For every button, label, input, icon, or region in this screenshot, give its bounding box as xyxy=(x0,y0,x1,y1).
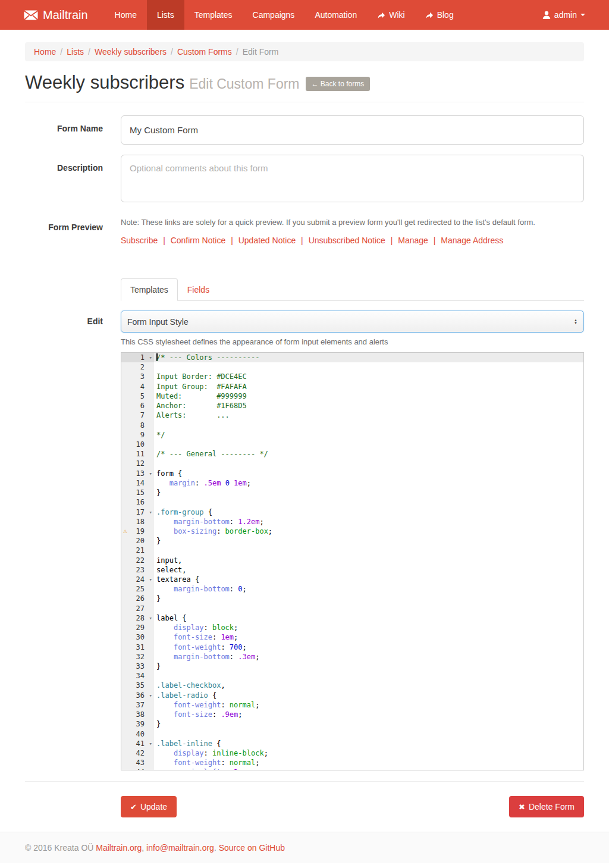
code-line-6[interactable]: Anchor: #1F68D5 xyxy=(154,401,583,411)
preview-link-subscribe[interactable]: Subscribe xyxy=(121,236,158,245)
code-line-14[interactable]: margin: .5em 0 1em; xyxy=(154,478,583,488)
code-line-42[interactable]: display: inline-block; xyxy=(154,748,583,758)
template-select[interactable]: Form Input Style ▲▼ xyxy=(121,311,584,333)
code-line-5[interactable]: Muted: #999999 xyxy=(154,391,583,401)
back-to-forms-label: Back to forms xyxy=(321,80,364,88)
brand-name: Mailtrain xyxy=(43,8,88,22)
breadcrumb-item-lists: /Lists xyxy=(56,47,84,57)
code-line-7[interactable]: Alerts: ... xyxy=(154,411,583,420)
fold-arrow-icon[interactable]: ▾ xyxy=(149,691,152,700)
preview-link-unsubscribed-notice[interactable]: Unsubscribed Notice xyxy=(309,236,385,245)
footer-link-info-mailtrain-org[interactable]: info@mailtrain.org xyxy=(146,843,214,853)
code-line-20[interactable]: } xyxy=(154,536,583,546)
code-line-3[interactable]: Input Border: #DCE4EC xyxy=(154,372,583,381)
code-line-13[interactable]: form { xyxy=(154,469,583,478)
fold-arrow-icon[interactable]: ▾ xyxy=(149,575,152,584)
preview-link-manage[interactable]: Manage xyxy=(398,236,428,245)
code-line-11[interactable]: /* --- General -------- */ xyxy=(154,449,583,459)
fold-arrow-icon[interactable]: ▾ xyxy=(149,613,152,623)
description-textarea[interactable] xyxy=(121,155,584,202)
gutter-line-31: 31 xyxy=(121,643,154,652)
line-number: 17 xyxy=(136,508,145,516)
footer-link-source-on-github[interactable]: Source on GitHub xyxy=(219,843,285,853)
code-line-41[interactable]: .label-inline { xyxy=(154,739,583,748)
code-line-44[interactable]: margin-left: .3em; xyxy=(154,767,583,770)
line-number: 21 xyxy=(136,546,145,554)
fold-arrow-icon[interactable]: ▾ xyxy=(149,507,152,517)
breadcrumb-link-lists[interactable]: Lists xyxy=(67,47,84,57)
code-line-28[interactable]: label { xyxy=(154,613,583,623)
code-line-32[interactable]: margin-bottom: .3em; xyxy=(154,652,583,662)
code-line-10[interactable] xyxy=(154,440,583,449)
code-line-25[interactable]: margin-bottom: 0; xyxy=(154,584,583,594)
code-line-12[interactable] xyxy=(154,459,583,468)
code-line-43[interactable]: font-weight: normal; xyxy=(154,758,583,767)
code-line-4[interactable]: Input Group: #FAFAFA xyxy=(154,382,583,391)
code-line-36[interactable]: .label-radio { xyxy=(154,691,583,700)
nav-item-campaigns[interactable]: Campaigns xyxy=(243,0,305,30)
code-line-22[interactable]: input, xyxy=(154,556,583,565)
gutter-line-19: ⚠19 xyxy=(121,527,154,536)
editor-code-area[interactable]: /* --- Colors ----------Input Border: #D… xyxy=(154,353,583,770)
code-line-34[interactable] xyxy=(154,671,583,681)
user-menu[interactable]: admin xyxy=(542,0,585,30)
preview-link-manage-address[interactable]: Manage Address xyxy=(441,236,503,245)
breadcrumb-link-weekly-subscribers[interactable]: Weekly subscribers xyxy=(95,47,167,57)
form-name-input[interactable] xyxy=(121,115,584,145)
preview-link-confirm-notice[interactable]: Confirm Notice xyxy=(171,236,226,245)
code-line-38[interactable]: font-size: .9em; xyxy=(154,710,583,719)
gutter-line-24: 24▾ xyxy=(121,575,154,584)
nav-item-wiki[interactable]: Wiki xyxy=(367,0,415,30)
template-select-value: Form Input Style xyxy=(127,317,189,327)
code-line-21[interactable] xyxy=(154,546,583,555)
fold-arrow-icon[interactable]: ▾ xyxy=(149,353,152,362)
code-line-18[interactable]: margin-bottom: 1.2em; xyxy=(154,517,583,527)
link-separator: | xyxy=(225,236,238,245)
nav-item-home[interactable]: Home xyxy=(105,0,147,30)
code-line-17[interactable]: .form-group { xyxy=(154,507,583,517)
preview-link-updated-notice[interactable]: Updated Notice xyxy=(238,236,296,245)
footer-link-mailtrain-org[interactable]: Mailtrain.org xyxy=(96,843,142,853)
code-line-39[interactable]: } xyxy=(154,719,583,729)
nav-item-templates[interactable]: Templates xyxy=(184,0,243,30)
code-line-19[interactable]: box-sizing: border-box; xyxy=(154,527,583,536)
gutter-line-9: 9 xyxy=(121,430,154,440)
nav-item-blog[interactable]: Blog xyxy=(415,0,464,30)
code-line-27[interactable] xyxy=(154,604,583,613)
code-line-8[interactable] xyxy=(154,421,583,430)
tab-fields[interactable]: Fields xyxy=(178,278,219,301)
code-line-24[interactable]: textarea { xyxy=(154,575,583,584)
breadcrumb-item-custom-forms: /Custom Forms xyxy=(167,47,232,57)
update-button[interactable]: ✔Update xyxy=(121,796,177,817)
breadcrumb-link-home[interactable]: Home xyxy=(34,47,56,57)
brand-logo[interactable]: Mailtrain xyxy=(24,0,88,30)
code-line-33[interactable]: } xyxy=(154,662,583,671)
code-line-15[interactable]: } xyxy=(154,488,583,497)
code-line-2[interactable] xyxy=(154,362,583,372)
breadcrumb-link-custom-forms[interactable]: Custom Forms xyxy=(177,47,232,57)
delete-form-button[interactable]: ✖Delete Form xyxy=(509,796,584,817)
link-separator: | xyxy=(428,236,441,245)
fold-arrow-icon[interactable]: ▾ xyxy=(149,739,152,748)
code-line-31[interactable]: font-weight: 700; xyxy=(154,643,583,652)
code-editor[interactable]: 1▾2345678910111213▾14151617▾18⚠192021222… xyxy=(121,352,584,770)
tab-templates[interactable]: Templates xyxy=(121,278,178,301)
code-line-9[interactable]: */ xyxy=(154,430,583,440)
code-line-26[interactable]: } xyxy=(154,594,583,603)
back-to-forms-button[interactable]: ← Back to forms xyxy=(306,77,371,91)
code-line-40[interactable] xyxy=(154,729,583,739)
nav-item-automation[interactable]: Automation xyxy=(304,0,367,30)
code-line-30[interactable]: font-size: 1em; xyxy=(154,632,583,642)
description-row: Description xyxy=(25,155,584,204)
code-line-16[interactable] xyxy=(154,497,583,507)
fold-arrow-icon[interactable]: ▾ xyxy=(149,469,152,478)
warning-icon: ⚠ xyxy=(123,527,127,536)
breadcrumb-separator: / xyxy=(167,47,177,57)
nav-item-lists[interactable]: Lists xyxy=(147,0,184,30)
code-line-29[interactable]: display: block; xyxy=(154,623,583,632)
line-number: 5 xyxy=(140,392,145,400)
code-line-37[interactable]: font-weight: normal; xyxy=(154,700,583,710)
code-line-35[interactable]: .label-checkbox, xyxy=(154,681,583,690)
code-line-23[interactable]: select, xyxy=(154,565,583,575)
code-line-1[interactable]: /* --- Colors ---------- xyxy=(154,353,583,362)
